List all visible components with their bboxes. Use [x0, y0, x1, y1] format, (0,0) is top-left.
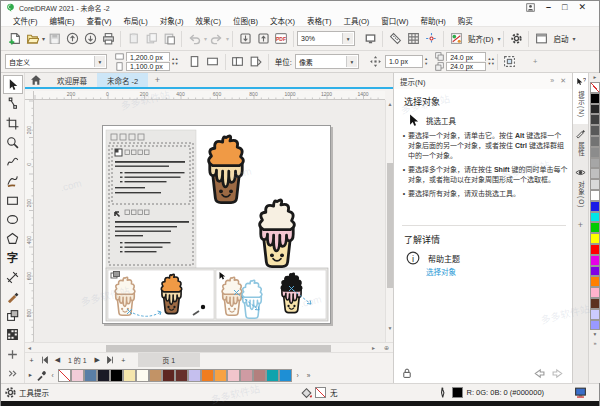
download-cloud-button[interactable]: [81, 30, 99, 48]
doc-swatch-0[interactable]: [58, 369, 71, 382]
lock-icon[interactable]: [401, 367, 413, 379]
tab-welcome[interactable]: 欢迎屏幕: [47, 73, 97, 87]
polygon-tool[interactable]: [3, 229, 23, 248]
fullscreen-preview-button[interactable]: [361, 30, 379, 48]
pattern-fill-tool[interactable]: [3, 325, 23, 344]
paste-button[interactable]: [160, 30, 178, 48]
menu-item-4[interactable]: 对象(J): [154, 15, 190, 26]
propbar-add-button[interactable]: +: [533, 57, 537, 66]
doc-swatch-12[interactable]: [214, 369, 227, 382]
vertical-ruler[interactable]: 2000200400600800: [25, 100, 34, 342]
horizontal-scrollbar[interactable]: ◂ ▸ ⊕: [25, 342, 393, 353]
doc-swatch-9[interactable]: [175, 369, 188, 382]
import-button[interactable]: [236, 30, 254, 48]
ellipse-tool[interactable]: [3, 210, 23, 229]
add-page-end-button[interactable]: +: [117, 357, 130, 364]
nudge-field[interactable]: 1.0 px: [385, 55, 423, 68]
close-button[interactable]: ✕: [578, 3, 586, 12]
menu-item-6[interactable]: 位图(B): [227, 15, 264, 26]
select-objects-link[interactable]: 选择对象: [426, 266, 456, 277]
palette-swatch-2[interactable]: [590, 104, 600, 115]
palette-scroll-right[interactable]: ›: [292, 372, 303, 379]
doc-swatch-4[interactable]: [110, 369, 123, 382]
add-page-start-button[interactable]: +: [25, 357, 38, 364]
doc-swatch-5[interactable]: [123, 369, 136, 382]
palette-swatch-16[interactable]: [590, 255, 600, 266]
treat-as-filled-button[interactable]: [501, 53, 519, 71]
page-1-tab[interactable]: 页 1: [138, 353, 200, 367]
doc-swatch-2[interactable]: [84, 369, 97, 382]
redo-dropdown[interactable]: ▾: [226, 35, 229, 42]
undo-button[interactable]: [185, 30, 203, 48]
palette-swatch-7[interactable]: [590, 158, 600, 169]
canvas[interactable]: [34, 100, 385, 342]
back-arrow-icon[interactable]: [532, 367, 545, 380]
launch-dropdown[interactable]: ▾: [572, 35, 575, 42]
palette-swatch-1[interactable]: [590, 93, 600, 104]
menu-item-1[interactable]: 编辑(E): [44, 15, 81, 26]
save-button[interactable]: [45, 30, 63, 48]
palette-swatch-20[interactable]: [590, 298, 600, 309]
add-tool-button[interactable]: [3, 345, 23, 364]
page-height-field[interactable]: 1,100.0 px: [126, 62, 170, 71]
show-rulers-button[interactable]: [386, 30, 404, 48]
copy-button[interactable]: [142, 30, 160, 48]
menu-item-11[interactable]: 帮助(H): [414, 15, 451, 26]
doc-swatch-15[interactable]: [253, 369, 266, 382]
status-gear-icon[interactable]: [1, 384, 19, 402]
vertical-scrollbar[interactable]: ▲ ▼: [385, 100, 393, 342]
doc-swatch-8[interactable]: [162, 369, 175, 382]
doc-swatch-16[interactable]: [266, 369, 279, 382]
freehand-tool[interactable]: [3, 152, 23, 171]
print-button[interactable]: [99, 30, 117, 48]
document-color-settings-icon[interactable]: [571, 384, 589, 402]
palette-swatch-19[interactable]: [590, 287, 600, 298]
duplicate-y-field[interactable]: 24.0 px: [446, 62, 486, 71]
last-page-button[interactable]: [104, 355, 117, 365]
duplicate-x-field[interactable]: 24.0 px: [446, 52, 486, 61]
portrait-button[interactable]: [186, 53, 204, 71]
text-tool[interactable]: 字: [3, 248, 23, 267]
menu-item-10[interactable]: 窗口(W): [375, 15, 414, 26]
palette-swatch-14[interactable]: [590, 233, 600, 244]
menu-item-3[interactable]: 布局(L): [118, 15, 154, 26]
cupcake[interactable]: [161, 274, 181, 313]
palette-swatch-5[interactable]: [590, 136, 600, 147]
palette-swatch-9[interactable]: [590, 179, 600, 190]
upload-cloud-button[interactable]: [63, 30, 81, 48]
forward-arrow-icon[interactable]: [552, 367, 565, 380]
tips-float-icon[interactable]: »: [550, 77, 554, 85]
snap-state-icon[interactable]: [447, 30, 465, 48]
publish-pdf-button[interactable]: PDF: [272, 30, 290, 48]
show-grid-button[interactable]: [404, 30, 422, 48]
palette-swatch-10[interactable]: [590, 190, 600, 201]
all-pages-button[interactable]: [229, 53, 247, 71]
snap-dropdown[interactable]: ▾: [497, 35, 500, 42]
snap-label[interactable]: 贴齐(D): [468, 33, 493, 44]
brush-tool[interactable]: [3, 287, 23, 306]
menu-item-9[interactable]: 工具(O): [338, 15, 376, 26]
horizontal-ruler[interactable]: 2000200400600800100012001400: [34, 91, 385, 100]
palette-flyout-button[interactable]: ▸: [25, 371, 36, 379]
zoom-tool[interactable]: [3, 133, 23, 152]
nudge-spinner[interactable]: ▴▾: [425, 57, 427, 66]
new-tab-button[interactable]: +: [148, 73, 166, 87]
more-tools-button[interactable]: [3, 364, 23, 383]
doc-swatch-14[interactable]: [240, 369, 253, 382]
account-icon[interactable]: [526, 3, 535, 12]
first-page-button[interactable]: [38, 355, 51, 365]
palette-swatch-13[interactable]: [590, 222, 600, 233]
palette-expand[interactable]: »: [593, 339, 596, 348]
show-guidelines-button[interactable]: [422, 30, 440, 48]
prev-page-button[interactable]: ◀: [51, 356, 64, 364]
options-gear-button[interactable]: [507, 30, 525, 48]
shape-tool[interactable]: [3, 94, 23, 113]
palette-scroll-left[interactable]: ‹: [47, 372, 58, 379]
cut-button[interactable]: [124, 30, 142, 48]
cupcake[interactable]: [209, 136, 244, 203]
launch-label[interactable]: 启动: [553, 33, 568, 44]
docker-tab-1[interactable]: 属性: [573, 124, 588, 163]
help-topic-label[interactable]: 帮助主题: [428, 253, 460, 264]
cupcake[interactable]: [222, 277, 242, 315]
palette-swatch-4[interactable]: [590, 125, 600, 136]
